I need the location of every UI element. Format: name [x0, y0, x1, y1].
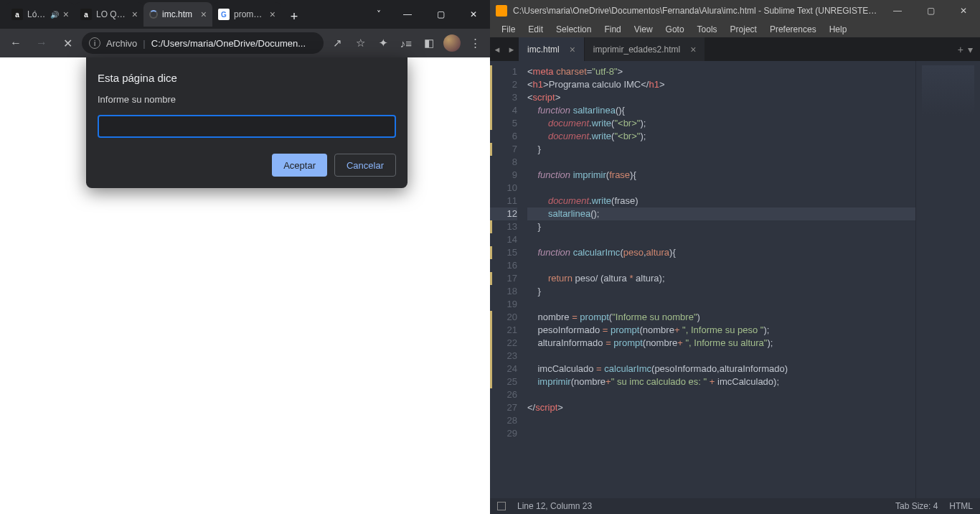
line-number: 5	[490, 117, 517, 130]
browser-tab[interactable]: Gpromp…×	[212, 2, 281, 27]
tab-title: LO QU…	[96, 9, 128, 19]
tab-close-icon[interactable]: ×	[270, 9, 275, 20]
editor-tab[interactable]: imc.html×	[519, 37, 585, 61]
back-button[interactable]: ←	[4, 32, 27, 55]
tab-close-icon[interactable]: ×	[570, 44, 575, 55]
maximize-button[interactable]: ▢	[424, 0, 457, 29]
menu-help[interactable]: Help	[824, 23, 853, 36]
line-number: 2	[490, 78, 517, 91]
close-button[interactable]: ✕	[457, 0, 490, 29]
media-control-icon[interactable]: ♪≡	[395, 32, 417, 54]
menu-preferences[interactable]: Preferences	[764, 23, 822, 36]
menu-file[interactable]: File	[496, 23, 521, 36]
status-syntax[interactable]: HTML	[949, 501, 973, 511]
line-number: 17	[490, 272, 517, 285]
editor-maximize-button[interactable]: ▢	[914, 0, 947, 22]
line-number: 10	[490, 182, 517, 195]
tab-close-icon[interactable]: ×	[132, 9, 138, 20]
line-number: 21	[490, 324, 517, 337]
dialog-ok-button[interactable]: Aceptar	[272, 154, 327, 177]
dialog-message: Informe su nombre	[98, 94, 396, 105]
editor-minimize-button[interactable]: —	[881, 0, 914, 22]
browser-toolbar: ← → ✕ i Archivo | C:/Users/maria/OneDriv…	[0, 29, 490, 57]
menu-tools[interactable]: Tools	[692, 23, 723, 36]
chrome-menu-icon[interactable]: ⋮	[464, 32, 486, 54]
favicon-icon: a	[11, 9, 23, 20]
address-separator: |	[143, 38, 145, 49]
extensions-icon[interactable]: ✦	[372, 32, 394, 54]
line-number: 8	[490, 156, 517, 169]
js-prompt-dialog: Esta página dice Informe su nombre Acept…	[86, 57, 407, 188]
stop-reload-button[interactable]: ✕	[56, 32, 79, 55]
line-number: 29	[490, 427, 517, 440]
menu-find[interactable]: Find	[598, 23, 626, 36]
tab-close-icon[interactable]: ×	[201, 9, 207, 20]
browser-titlebar: aLó…🔊×aLO QU…×imc.htm×Gpromp…×+ ˅ — ▢ ✕	[0, 0, 490, 29]
line-number: 7	[490, 143, 517, 156]
tab-dropdown-button[interactable]: ▾	[968, 44, 973, 55]
line-number: 23	[490, 350, 517, 363]
editor-title: C:\Users\maria\OneDrive\Documentos\Ferna…	[513, 6, 881, 16]
minimize-button[interactable]: —	[391, 0, 424, 29]
browser-window-controls: ˅ — ▢ ✕	[367, 0, 490, 29]
browser-tab[interactable]: aLó…🔊×	[6, 2, 75, 27]
favicon-icon: G	[218, 9, 230, 20]
tab-tools: + ▾	[958, 37, 980, 61]
line-number: 22	[490, 337, 517, 350]
tab-nav-next[interactable]: ►	[504, 37, 519, 61]
menu-selection[interactable]: Selection	[550, 23, 597, 36]
share-icon[interactable]: ↗	[326, 32, 348, 54]
line-number: 25	[490, 375, 517, 388]
line-number: 18	[490, 285, 517, 298]
code-area: 1234567891011121314151617181920212223242…	[490, 61, 980, 498]
tab-close-icon[interactable]: ×	[690, 44, 696, 55]
browser-tabs: aLó…🔊×aLO QU…×imc.htm×Gpromp…×+	[0, 2, 367, 27]
editor-close-button[interactable]: ✕	[947, 0, 980, 22]
menu-goto[interactable]: Goto	[660, 23, 690, 36]
favicon-icon: a	[80, 9, 92, 20]
side-panel-icon[interactable]: ◧	[418, 32, 440, 54]
new-tab-button[interactable]: +	[284, 6, 304, 27]
dialog-cancel-button[interactable]: Cancelar	[334, 154, 396, 177]
line-number: 24	[490, 363, 517, 375]
editor-titlebar: C:\Users\maria\OneDrive\Documentos\Ferna…	[490, 0, 980, 22]
bookmark-star-icon[interactable]: ☆	[349, 32, 371, 54]
line-number: 19	[490, 298, 517, 311]
profile-avatar[interactable]	[441, 32, 463, 54]
editor-window-controls: — ▢ ✕	[881, 0, 980, 22]
menu-project[interactable]: Project	[725, 23, 763, 36]
address-url: C:/Users/maria/OneDrive/Documen...	[151, 38, 316, 49]
editor-tabs: ◄ ► imc.html×imprimir_edades2.html× + ▾	[490, 37, 980, 61]
line-number: 28	[490, 414, 517, 427]
dialog-title: Esta página dice	[98, 72, 396, 84]
new-tab-button[interactable]: +	[958, 44, 963, 55]
editor-tab[interactable]: imprimir_edades2.html×	[585, 37, 706, 61]
line-number: 11	[490, 195, 517, 207]
audio-playing-icon[interactable]: 🔊	[50, 11, 59, 19]
tab-nav-prev[interactable]: ◄	[490, 37, 504, 61]
menu-view[interactable]: View	[628, 23, 659, 36]
browser-tab[interactable]: aLO QU…×	[75, 2, 143, 27]
status-tab-size[interactable]: Tab Size: 4	[895, 501, 938, 511]
menu-edit[interactable]: Edit	[522, 23, 549, 36]
line-number: 15	[490, 246, 517, 259]
tab-close-icon[interactable]: ×	[63, 9, 69, 20]
forward-button[interactable]: →	[30, 32, 53, 55]
address-bar[interactable]: i Archivo | C:/Users/maria/OneDrive/Docu…	[82, 32, 324, 54]
line-number: 3	[490, 91, 517, 104]
line-gutter: 1234567891011121314151617181920212223242…	[490, 61, 524, 498]
sublime-window: C:\Users\maria\OneDrive\Documentos\Ferna…	[490, 0, 980, 514]
code-text[interactable]: <meta charset="utf-8"> <h1>Programa calc…	[524, 61, 915, 498]
line-number: 12	[490, 207, 517, 220]
editor-tab-title: imprimir_edades2.html	[593, 45, 680, 55]
browser-tab[interactable]: imc.htm×	[143, 2, 212, 27]
dialog-input[interactable]	[98, 115, 396, 138]
site-info-icon[interactable]: i	[89, 37, 100, 49]
line-number: 4	[490, 104, 517, 117]
status-panel-icon[interactable]	[497, 502, 506, 510]
tab-title: Ló…	[27, 9, 46, 19]
spinner-icon	[149, 10, 158, 19]
toolbar-actions: ↗ ☆ ✦ ♪≡ ◧ ⋮	[326, 32, 486, 54]
tab-search-button[interactable]: ˅	[367, 0, 391, 29]
minimap[interactable]	[915, 61, 980, 498]
